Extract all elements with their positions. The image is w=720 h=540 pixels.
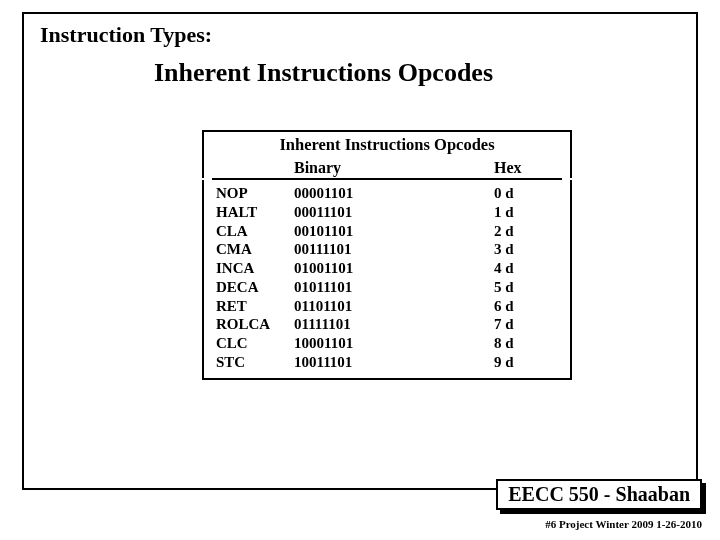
cell-mn: CLA (204, 222, 294, 241)
cell-mn: STC (204, 353, 294, 372)
footer-badge: EECC 550 - Shaaban (496, 479, 702, 510)
table-row: CLA001011012 d (204, 222, 570, 241)
cell-hex: 8 d (454, 334, 564, 353)
header-mnemonic (204, 159, 294, 177)
cell-mn: CLC (204, 334, 294, 353)
table-row: NOP000011010 d (204, 184, 570, 203)
cell-mn: INCA (204, 259, 294, 278)
cell-hex: 9 d (454, 353, 564, 372)
cell-bin: 00011101 (294, 203, 454, 222)
footer-line: #6 Project Winter 2009 1-26-2010 (545, 518, 702, 530)
section-title: Instruction Types: (40, 22, 212, 48)
cell-mn: CMA (204, 240, 294, 259)
cell-bin: 01111101 (294, 315, 454, 334)
cell-mn: HALT (204, 203, 294, 222)
opcode-table: Inherent Instructions Opcodes Binary Hex… (202, 130, 572, 380)
cell-bin: 00101101 (294, 222, 454, 241)
table-body: NOP000011010 d HALT000111011 d CLA001011… (202, 180, 572, 380)
cell-bin: 01001101 (294, 259, 454, 278)
main-title: Inherent Instructions Opcodes (154, 58, 493, 88)
cell-mn: ROLCA (204, 315, 294, 334)
header-hex: Hex (454, 159, 564, 177)
table-title: Inherent Instructions Opcodes (202, 130, 572, 157)
table-row: STC100111019 d (204, 353, 570, 372)
cell-bin: 00111101 (294, 240, 454, 259)
table-row: INCA010011014 d (204, 259, 570, 278)
cell-hex: 5 d (454, 278, 564, 297)
cell-bin: 10001101 (294, 334, 454, 353)
cell-bin: 10011101 (294, 353, 454, 372)
cell-mn: NOP (204, 184, 294, 203)
cell-hex: 0 d (454, 184, 564, 203)
cell-hex: 4 d (454, 259, 564, 278)
badge-text: EECC 550 - Shaaban (496, 479, 702, 510)
cell-hex: 3 d (454, 240, 564, 259)
table-header-row: Binary Hex (202, 157, 572, 178)
cell-mn: RET (204, 297, 294, 316)
cell-hex: 1 d (454, 203, 564, 222)
table-row: RET011011016 d (204, 297, 570, 316)
cell-mn: DECA (204, 278, 294, 297)
table-row: ROLCA011111017 d (204, 315, 570, 334)
cell-bin: 00001101 (294, 184, 454, 203)
cell-hex: 6 d (454, 297, 564, 316)
cell-bin: 01011101 (294, 278, 454, 297)
cell-hex: 2 d (454, 222, 564, 241)
cell-hex: 7 d (454, 315, 564, 334)
table-row: CMA001111013 d (204, 240, 570, 259)
table-row: DECA010111015 d (204, 278, 570, 297)
header-binary: Binary (294, 159, 454, 177)
cell-bin: 01101101 (294, 297, 454, 316)
table-row: CLC100011018 d (204, 334, 570, 353)
slide-frame: Instruction Types: Inherent Instructions… (22, 12, 698, 490)
table-row: HALT000111011 d (204, 203, 570, 222)
